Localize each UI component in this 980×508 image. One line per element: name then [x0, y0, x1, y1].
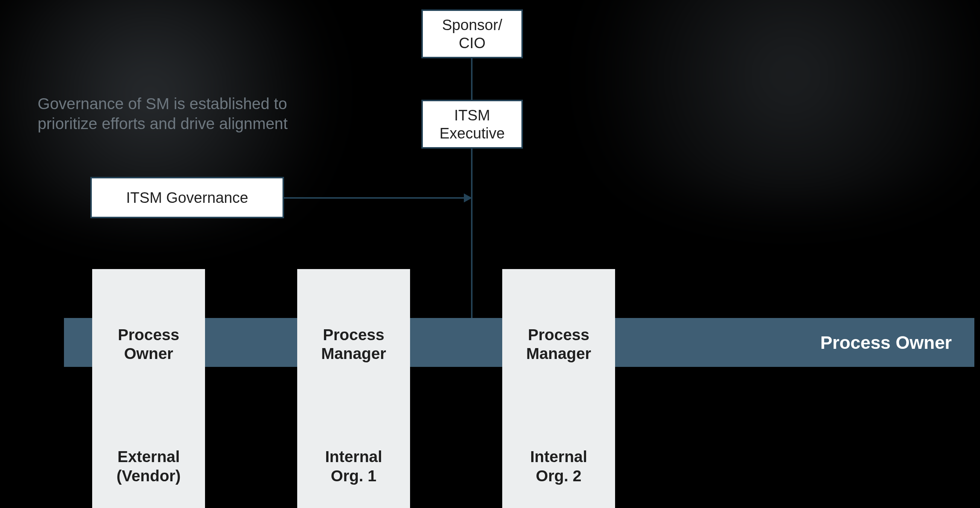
pillar-external-vendor: Process Owner External (Vendor)	[92, 269, 205, 508]
itsm-governance-box: ITSM Governance	[90, 177, 284, 218]
itsm-exec-line-1: ITSM	[454, 107, 490, 123]
role-line-1: Process	[323, 326, 384, 344]
sponsor-cio-label: Sponsor/ CIO	[442, 16, 502, 52]
org-line-1: External	[118, 448, 180, 465]
org-line-2: Org. 1	[331, 467, 376, 485]
role-line-2: Owner	[124, 345, 173, 362]
caption-line-2: prioritize efforts and drive alignment	[38, 115, 288, 132]
pillar-org: Internal Org. 1	[297, 447, 410, 486]
sponsor-cio-box: Sponsor/ CIO	[422, 10, 523, 58]
background-glow	[527, 0, 980, 207]
org-line-1: Internal	[325, 448, 382, 465]
sponsor-line-1: Sponsor/	[442, 17, 502, 33]
pillar-internal-org-1: Process Manager Internal Org. 1	[297, 269, 410, 508]
role-line-1: Process	[528, 326, 589, 344]
itsm-executive-box: ITSM Executive	[422, 100, 523, 149]
pillar-org: External (Vendor)	[92, 447, 205, 486]
caption-line-1: Governance of SM is established to	[38, 95, 287, 113]
pillar-role: Process Manager	[502, 325, 615, 363]
role-line-1: Process	[118, 326, 179, 344]
governance-to-spine-connector	[284, 197, 464, 199]
arrow-right-icon	[464, 193, 472, 202]
role-line-2: Manager	[321, 345, 387, 362]
caption-text: Governance of SM is established to prior…	[38, 94, 288, 134]
org-line-2: Org. 2	[536, 467, 581, 485]
spine-connector	[471, 56, 473, 320]
itsm-exec-line-2: Executive	[439, 125, 504, 142]
pillar-role: Process Owner	[92, 325, 205, 363]
sponsor-line-2: CIO	[458, 35, 485, 51]
itsm-executive-label: ITSM Executive	[439, 106, 504, 142]
role-line-2: Manager	[526, 345, 591, 362]
org-line-2: (Vendor)	[117, 467, 181, 485]
org-line-1: Internal	[530, 448, 587, 465]
pillar-org: Internal Org. 2	[502, 447, 615, 486]
process-owner-bar-label: Process Owner	[821, 332, 952, 353]
pillar-role: Process Manager	[297, 325, 410, 363]
pillar-internal-org-2: Process Manager Internal Org. 2	[502, 269, 615, 508]
itsm-governance-label: ITSM Governance	[126, 188, 248, 207]
